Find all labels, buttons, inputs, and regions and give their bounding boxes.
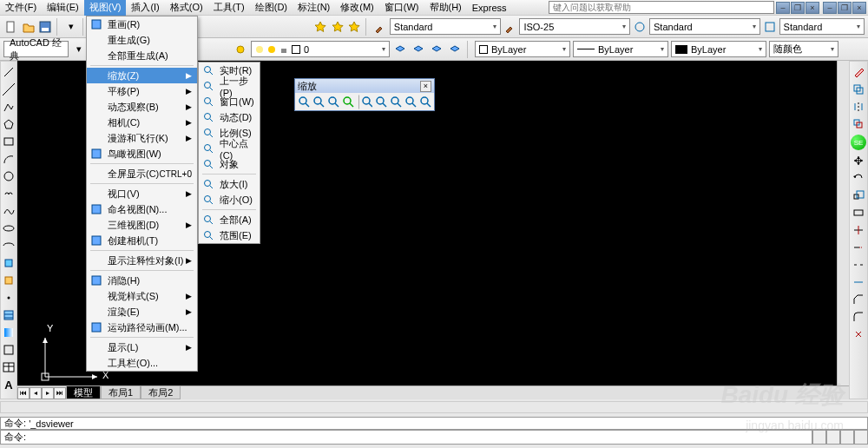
close-icon[interactable]: × [420, 81, 431, 92]
rectangle-icon[interactable] [2, 135, 16, 148]
scale-icon[interactable] [852, 188, 865, 202]
menu-help[interactable]: 帮助(H) [424, 0, 467, 16]
star-icon[interactable] [312, 19, 328, 35]
menu-item[interactable]: 命名视图(N)... [87, 201, 197, 217]
menu-item[interactable]: 鸟瞰视图(W) [87, 146, 197, 161]
menu-item[interactable]: 平移(P)▶ [87, 83, 197, 99]
menu-item[interactable]: 三维视图(D)▶ [87, 217, 197, 233]
layers-icon[interactable] [392, 42, 408, 57]
tab-first-button[interactable]: ⏮ [17, 387, 30, 399]
menu-express[interactable]: Express [467, 1, 512, 15]
menu-item[interactable]: 全部(A) [199, 212, 260, 227]
layers-icon[interactable] [411, 42, 426, 57]
stretch-icon[interactable] [852, 206, 865, 220]
command-input[interactable]: 命令: [0, 430, 812, 445]
horizontal-scrollbar[interactable] [0, 401, 868, 413]
lineweight-combo[interactable]: ByLayer▾ [671, 41, 766, 57]
menu-item[interactable]: 中心点(C) [199, 141, 260, 156]
menu-item[interactable]: 缩放(Z)▶ [87, 68, 197, 83]
scroll-left-icon[interactable] [812, 430, 826, 445]
scroll-up-icon[interactable] [840, 430, 854, 445]
ellipse-arc-icon[interactable] [2, 239, 16, 253]
mleader-style-combo[interactable]: Standard▾ [779, 18, 865, 35]
menu-window[interactable]: 窗口(W) [379, 0, 424, 16]
plot-style-combo[interactable]: 随颜色▾ [769, 41, 838, 57]
menu-modify[interactable]: 修改(M) [335, 0, 379, 16]
extend-icon[interactable] [852, 240, 865, 254]
zoom-tool-icon[interactable] [389, 95, 403, 109]
vertical-scrollbar[interactable] [837, 61, 849, 385]
menu-item[interactable]: 重画(R) [87, 16, 197, 32]
tab-model[interactable]: 模型 [66, 386, 101, 399]
revcloud-icon[interactable] [2, 187, 16, 201]
doc-restore-button[interactable]: ❐ [791, 2, 805, 14]
zoom-floating-toolbar[interactable]: 缩放 × [294, 78, 435, 111]
new-icon[interactable] [3, 19, 19, 35]
menu-item[interactable]: 工具栏(O)... [87, 355, 197, 371]
menu-item[interactable]: 动态观察(B)▶ [87, 99, 197, 115]
zoom-tool-icon[interactable] [418, 95, 432, 109]
tab-prev-button[interactable]: ◂ [30, 387, 42, 399]
layer-combo[interactable]: 0 ▾ [251, 41, 390, 57]
join-icon[interactable] [852, 275, 865, 289]
menu-tools[interactable]: 工具(T) [208, 0, 250, 16]
menu-item[interactable]: 缩小(O) [199, 192, 260, 208]
gradient-icon[interactable] [2, 326, 16, 339]
menu-item[interactable]: 创建相机(T) [87, 233, 197, 248]
menu-item[interactable]: 全部重生成(A) [87, 48, 197, 63]
table-icon[interactable] [2, 360, 16, 374]
trim-icon[interactable] [852, 223, 865, 237]
menu-edit[interactable]: 编辑(E) [42, 0, 84, 16]
help-search-input[interactable] [549, 1, 774, 14]
menu-dim[interactable]: 标注(N) [293, 0, 335, 16]
color-combo[interactable]: ByLayer▾ [475, 41, 570, 57]
star-icon[interactable] [347, 19, 363, 35]
tab-last-button[interactable]: ⏭ [54, 387, 66, 399]
floating-titlebar[interactable]: 缩放 × [295, 79, 434, 93]
polygon-icon[interactable] [2, 117, 16, 131]
menu-item[interactable]: 重生成(G) [87, 32, 197, 48]
star-icon[interactable] [330, 19, 345, 35]
make-block-icon[interactable] [2, 273, 16, 287]
menu-item[interactable]: 放大(I) [199, 176, 260, 192]
workspace-combo[interactable]: AutoCAD 经典 [3, 41, 69, 57]
layers-icon[interactable] [447, 42, 463, 57]
chamfer-icon[interactable] [852, 293, 865, 306]
region-icon[interactable] [2, 343, 16, 357]
tab-next-button[interactable]: ▸ [42, 387, 54, 399]
explode-icon[interactable] [852, 327, 865, 341]
style-icon[interactable] [632, 19, 648, 35]
menu-item[interactable]: 显示注释性对象(I)▶ [87, 253, 197, 268]
menu-item[interactable]: 对象 [199, 156, 260, 172]
menu-item[interactable]: 漫游和飞行(K)▶ [87, 130, 197, 146]
brush-icon[interactable] [372, 19, 388, 35]
zoom-tool-icon[interactable] [326, 95, 340, 109]
dropdown-icon[interactable]: ▾ [71, 42, 87, 57]
menu-item[interactable]: 消隐(H) [87, 273, 197, 288]
zoom-tool-icon[interactable] [297, 95, 311, 109]
tab-layout1[interactable]: 布局1 [101, 386, 141, 399]
circle-icon[interactable] [2, 169, 16, 183]
menu-item[interactable]: 显示(L)▶ [87, 339, 197, 355]
tab-layout2[interactable]: 布局2 [141, 386, 181, 399]
table-style-combo[interactable]: Standard▾ [649, 18, 760, 35]
zoom-tool-icon[interactable] [341, 95, 355, 109]
scroll-right-icon[interactable] [826, 430, 840, 445]
menu-insert[interactable]: 插入(I) [126, 0, 164, 16]
block-icon[interactable] [2, 256, 16, 270]
menu-draw[interactable]: 绘图(D) [250, 0, 293, 16]
text-style-combo[interactable]: Standard▾ [390, 18, 501, 35]
communication-icon[interactable]: SE [851, 135, 866, 150]
menu-file[interactable]: 文件(F) [0, 0, 42, 16]
style-icon[interactable] [762, 19, 778, 35]
rotate-icon[interactable] [852, 171, 865, 185]
menu-item[interactable]: 运动路径动画(M)... [87, 320, 197, 335]
ellipse-icon[interactable] [2, 221, 16, 235]
menu-item[interactable]: 渲染(E)▶ [87, 304, 197, 320]
menu-format[interactable]: 格式(O) [165, 0, 208, 16]
menu-item[interactable]: 范围(E) [199, 227, 260, 243]
arc-icon[interactable] [2, 152, 16, 166]
point-icon[interactable] [2, 291, 16, 305]
mtext-icon[interactable]: A [2, 378, 16, 392]
spline-icon[interactable] [2, 204, 16, 218]
